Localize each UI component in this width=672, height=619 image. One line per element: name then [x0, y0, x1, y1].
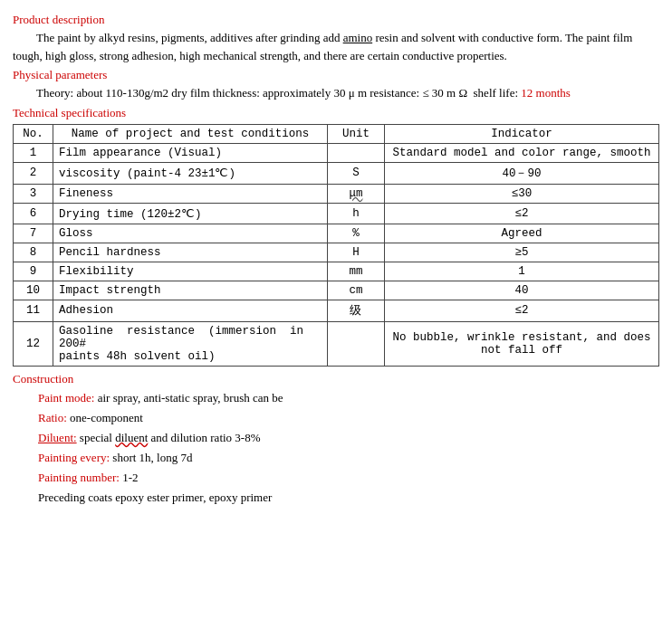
row-unit: %: [328, 224, 385, 243]
row-name: Pencil hardness: [53, 243, 327, 262]
row-indicator: ≤30: [384, 184, 658, 203]
row-indicator: 1: [384, 262, 658, 281]
physical-parameters-section: Physical parameters Theory: about 110-13…: [13, 68, 659, 102]
row-no: 7: [14, 224, 53, 243]
row-name: Fineness: [53, 184, 327, 203]
construction-item-diluent: Diluent: special diluent and dilution ra…: [38, 428, 659, 448]
paint-mode-label: Paint mode:: [38, 391, 94, 405]
row-unit: 级: [328, 300, 385, 321]
table-row: 6 Drying time (120±2℃) h ≤2: [14, 203, 659, 224]
row-name: Gloss: [53, 224, 327, 243]
row-unit: μm: [328, 184, 385, 203]
table-row: 1 Film appearance (Visual) Standard mode…: [14, 143, 659, 162]
shelf-life-months: 12 months: [521, 86, 571, 100]
row-name: Drying time (120±2℃): [53, 203, 327, 224]
physical-parameters-heading: Physical parameters: [13, 68, 659, 82]
row-name: Gasoline resistance (immersion in 200#pa…: [53, 321, 327, 366]
ratio-value: one-component: [67, 411, 143, 424]
table-row: 10 Impact strength cm 40: [14, 281, 659, 300]
row-no: 1: [14, 143, 53, 162]
row-unit: [328, 321, 385, 366]
product-description-text: The paint by alkyd resins, pigments, add…: [13, 29, 659, 64]
row-indicator: Standard model and color range, smooth: [384, 143, 658, 162]
row-unit: S: [328, 162, 385, 184]
row-unit: h: [328, 203, 385, 224]
diluent-word-underline: diluent: [115, 431, 148, 444]
table-header-no: No.: [14, 124, 53, 143]
diluent-label: Diluent:: [38, 431, 77, 444]
technical-specs-table: No. Name of project and test conditions …: [13, 124, 659, 367]
row-indicator: Agreed: [384, 224, 658, 243]
table-header-unit: Unit: [328, 124, 385, 143]
row-unit: cm: [328, 281, 385, 300]
painting-number-label: Painting number:: [38, 471, 120, 484]
row-unit: [328, 143, 385, 162]
row-no: 3: [14, 184, 53, 203]
table-row: 3 Fineness μm ≤30: [14, 184, 659, 203]
row-no: 8: [14, 243, 53, 262]
row-name: Flexibility: [53, 262, 327, 281]
construction-item-preceding-coats: Preceding coats epoxy ester primer, epox…: [38, 488, 659, 508]
row-indicator: No bubble, wrinkle resistant, and doesno…: [384, 321, 658, 366]
table-row: 7 Gloss % Agreed: [14, 224, 659, 243]
painting-every-value: short 1h, long 7d: [110, 451, 192, 464]
row-no: 2: [14, 162, 53, 184]
construction-section: Construction Paint mode: air spray, anti…: [13, 372, 659, 509]
table-row: 11 Adhesion 级 ≤2: [14, 300, 659, 321]
table-row: 9 Flexibility mm 1: [14, 262, 659, 281]
construction-heading: Construction: [13, 372, 659, 386]
painting-every-label: Painting every:: [38, 451, 110, 464]
painting-number-value: 1-2: [120, 471, 139, 484]
technical-specifications-section: Technical specifications No. Name of pro…: [13, 106, 659, 367]
row-name: viscosity (paint-4 23±1℃): [53, 162, 327, 184]
row-no: 10: [14, 281, 53, 300]
ratio-label: Ratio:: [38, 411, 67, 424]
row-indicator: ≤2: [384, 300, 658, 321]
physical-parameters-text: Theory: about 110-130g/m2 dry film thick…: [13, 84, 659, 102]
paint-mode-value: air spray, anti-static spray, brush can …: [94, 391, 283, 405]
row-indicator: 40－90: [384, 162, 658, 184]
row-no: 11: [14, 300, 53, 321]
row-name: Film appearance (Visual): [53, 143, 327, 162]
construction-item-paint-mode: Paint mode: air spray, anti-static spray…: [38, 388, 659, 408]
row-indicator: ≥5: [384, 243, 658, 262]
table-header-name: Name of project and test conditions: [53, 124, 327, 143]
construction-item-painting-every: Painting every: short 1h, long 7d: [38, 448, 659, 468]
diluent-value: special diluent and dilution ratio 3-8%: [77, 431, 261, 444]
table-row: 12 Gasoline resistance (immersion in 200…: [14, 321, 659, 366]
row-unit: mm: [328, 262, 385, 281]
table-row: 8 Pencil hardness H ≥5: [14, 243, 659, 262]
row-indicator: ≤2: [384, 203, 658, 224]
construction-item-ratio: Ratio: one-component: [38, 408, 659, 428]
row-indicator: 40: [384, 281, 658, 300]
product-description-section: Product description The paint by alkyd r…: [13, 13, 659, 64]
row-name: Adhesion: [53, 300, 327, 321]
row-no: 6: [14, 203, 53, 224]
construction-item-painting-number: Painting number: 1-2: [38, 468, 659, 488]
amino-underline: amino: [343, 31, 373, 44]
row-unit: H: [328, 243, 385, 262]
preceding-coats-text: Preceding coats epoxy ester primer, epox…: [38, 490, 272, 504]
row-no: 12: [14, 321, 53, 366]
row-name: Impact strength: [53, 281, 327, 300]
row-no: 9: [14, 262, 53, 281]
technical-specifications-heading: Technical specifications: [13, 106, 659, 120]
mu-symbol: μ: [349, 86, 355, 100]
table-header-indicator: Indicator: [384, 124, 658, 143]
product-description-heading: Product description: [13, 13, 659, 27]
table-row: 2 viscosity (paint-4 23±1℃) S 40－90: [14, 162, 659, 184]
